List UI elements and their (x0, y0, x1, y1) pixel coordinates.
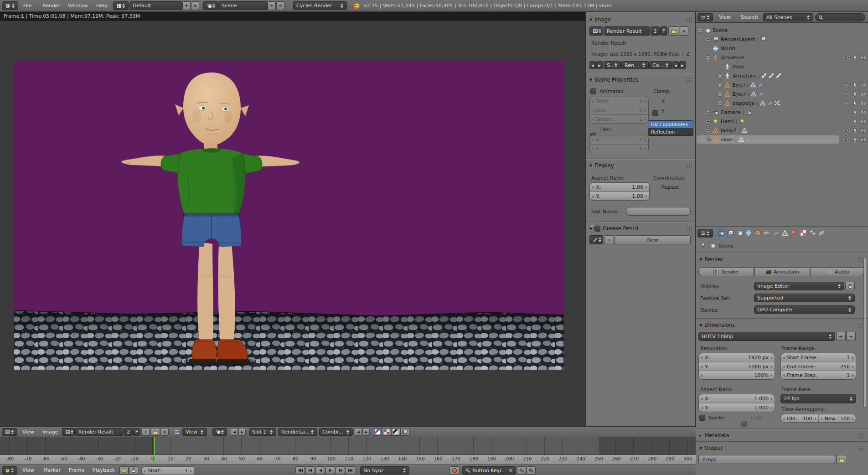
display-lock-button[interactable] (845, 282, 855, 290)
frame-rate-dropdown[interactable]: 24 fps (780, 394, 856, 403)
aspect-x-slider[interactable]: X:1.000 (699, 394, 775, 403)
menu-marker[interactable]: Marker (41, 465, 63, 475)
slot-prev-button[interactable]: ◂ (231, 428, 238, 436)
panel-drag-grip[interactable] (685, 17, 692, 22)
expand-toggle-icon[interactable]: + (706, 37, 711, 42)
timeline-ruler[interactable]: -80-70-60-50-40-30-20-100102030405060708… (0, 454, 696, 465)
properties-tab-chain[interactable] (762, 228, 771, 238)
metadata-panel-header[interactable]: ►Metadata (699, 431, 864, 439)
panel-drag-grip[interactable] (685, 226, 692, 231)
slot-name-input[interactable] (626, 207, 691, 216)
resolution-y-slider[interactable]: Y:1080 px (699, 362, 775, 371)
bone-icon[interactable] (776, 73, 781, 78)
slot-dropdown[interactable]: Slot 1 (249, 428, 276, 436)
pass-prev-button[interactable]: ◂ (672, 61, 679, 69)
tiles-x-slider[interactable]: X:1 (590, 135, 648, 144)
eye-icon[interactable] (843, 100, 849, 106)
camres-icon[interactable] (861, 128, 866, 133)
render-engine-dropdown[interactable]: Cycles Render (293, 1, 347, 10)
menu-render[interactable]: Render (40, 0, 62, 11)
properties-tab-phys[interactable] (817, 228, 826, 238)
outliner-row-scene[interactable]: −Scene (696, 26, 868, 35)
outliner-row-eye-l[interactable]: +Eye.l| (696, 80, 868, 89)
image-browse-button[interactable] (62, 428, 75, 436)
render-panel-header[interactable]: ▼Render (699, 255, 864, 263)
mapping-option-reflection[interactable]: Reflection (648, 128, 693, 135)
meshg-icon[interactable] (751, 91, 756, 97)
camres-icon[interactable] (861, 100, 866, 106)
expand-toggle-icon[interactable]: + (706, 137, 711, 142)
output-panel-header[interactable]: ▼Output (699, 444, 864, 452)
output-browse-button[interactable] (836, 455, 847, 464)
play-reverse-button[interactable] (315, 466, 325, 474)
properties-tab-cam[interactable] (717, 228, 725, 238)
slot-next-button[interactable]: ▸ (596, 61, 603, 69)
cursor-icon[interactable] (852, 91, 858, 97)
properties-tab-ball[interactable] (735, 228, 744, 238)
wrench-icon[interactable] (767, 100, 773, 106)
mod-icon[interactable] (775, 100, 780, 106)
grease-pencil-new-button[interactable]: New (615, 235, 691, 244)
screen-layout-name-field[interactable]: Default (129, 1, 182, 10)
editor-type-button[interactable] (2, 428, 17, 436)
camres-icon[interactable] (861, 82, 866, 88)
game-start-slider[interactable]: Start:0 (590, 97, 648, 106)
outliner-row-poppetje[interactable]: +poppetje| (696, 98, 868, 108)
properties-tab-checker[interactable] (799, 228, 807, 238)
playhead[interactable] (154, 437, 155, 465)
properties-tab-cube[interactable] (753, 228, 762, 238)
image-unlink-button[interactable]: × (680, 26, 688, 36)
grease-pencil-checkbox[interactable] (594, 226, 600, 232)
outliner-search-input[interactable] (815, 13, 865, 21)
outliner-row-lamp2[interactable]: +lamp2| (696, 126, 868, 135)
cursor-icon[interactable] (852, 128, 858, 133)
properties-tab-globe[interactable] (744, 228, 753, 238)
info-editor-type-button[interactable] (2, 1, 18, 10)
menu-frame[interactable]: Frame (67, 465, 87, 475)
play-button[interactable] (326, 466, 335, 474)
expand-toggle-icon[interactable]: + (706, 119, 711, 124)
eye-icon[interactable] (843, 82, 849, 88)
properties-tab-meshg[interactable] (780, 228, 789, 238)
display-dropdown[interactable]: Image Editor (754, 282, 844, 290)
remap-new-slider[interactable]: New:100 (818, 414, 856, 423)
outliner-row-hemi[interactable]: +Hemi| (696, 117, 868, 126)
image-open-button[interactable] (150, 428, 160, 436)
scene-name-field[interactable]: Scene (218, 1, 268, 10)
clear-keying-icon[interactable]: × (508, 468, 513, 473)
bone-icon[interactable] (769, 73, 774, 78)
end-frame-slider[interactable]: End Frame:250 (781, 362, 856, 371)
meshg-icon[interactable] (739, 137, 744, 142)
menu-view[interactable]: View (717, 12, 733, 23)
outliner-row-camera[interactable]: +Camera| (696, 108, 868, 117)
output-path-field[interactable]: /tmp\ (698, 455, 835, 464)
properties-tab-sphere[interactable] (790, 228, 798, 238)
pass-prev-button[interactable]: ◂ (355, 428, 362, 436)
image-open-button[interactable] (668, 26, 679, 36)
grease-pencil-panel-header[interactable]: ▼Grease Pencil (589, 224, 692, 232)
mapping-option-uv[interactable]: UV Coordinates (648, 121, 693, 128)
view-mode-dropdown[interactable]: View (182, 428, 207, 436)
clamp-x-checkbox[interactable] (652, 110, 658, 116)
lock-range-toggle[interactable] (129, 466, 138, 475)
time-display-toggle[interactable] (119, 466, 129, 475)
scene-close-button[interactable]: × (276, 1, 284, 10)
image-new-button[interactable]: + (141, 428, 150, 436)
auto-keyframe-button[interactable] (450, 466, 460, 475)
display-panel-header[interactable]: ▼Display (589, 161, 692, 170)
panel-drag-grip[interactable] (685, 163, 692, 168)
wrench-icon[interactable] (758, 82, 763, 88)
cursor-icon[interactable] (852, 55, 858, 60)
animation-button[interactable]: Animation (754, 267, 810, 276)
camres-icon[interactable] (861, 119, 866, 124)
aspect-y-slider[interactable]: Y:1.000 (699, 403, 775, 412)
editor-type-button[interactable] (2, 466, 17, 475)
image-users-button[interactable]: 2 (651, 26, 660, 36)
grease-pencil-data-button[interactable] (589, 235, 603, 244)
renderlayer-dropdown[interactable]: RenderLayer (278, 428, 317, 436)
sync-mode-dropdown[interactable]: No Sync (360, 466, 409, 475)
collapse-toggle-icon[interactable]: − (706, 55, 711, 60)
menu-view[interactable]: View (20, 465, 36, 475)
device-dropdown[interactable]: GPU Compute (754, 305, 855, 314)
border-checkbox[interactable] (699, 415, 705, 421)
